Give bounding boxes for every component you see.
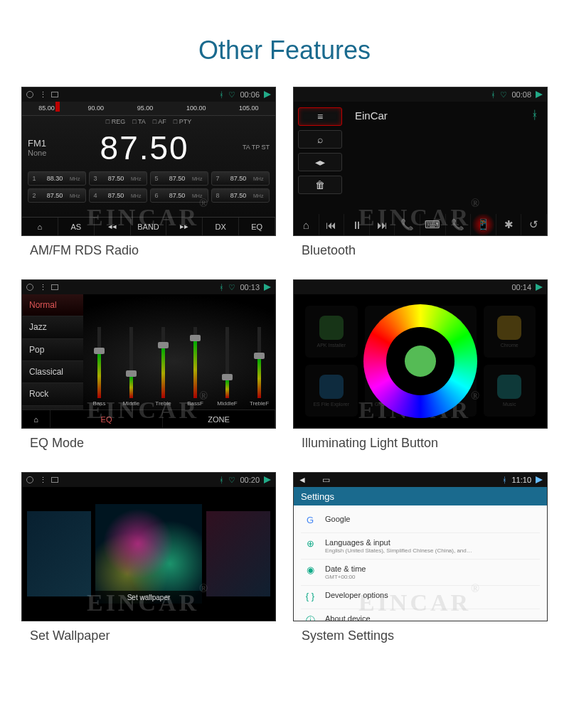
- caption-bluetooth: Bluetooth: [293, 236, 548, 265]
- status-bar: ⋮ ᚼ♡00:13: [22, 280, 275, 294]
- bt-nav-button[interactable]: ⌂: [294, 214, 319, 235]
- status-bar: ⋮ ᚼ♡00:06: [22, 87, 275, 102]
- eq-slider[interactable]: TrebleF: [250, 327, 269, 407]
- radio-nav-button[interactable]: AS: [58, 218, 95, 235]
- caption-settings: System Settings: [293, 621, 548, 651]
- bluetooth-device-name: EinCar: [355, 109, 388, 122]
- eq-slider[interactable]: BassF: [186, 327, 205, 407]
- eq-slider[interactable]: Bass: [90, 327, 109, 407]
- bt-nav-button[interactable]: ↺: [521, 214, 547, 235]
- status-bar: 00:14: [294, 280, 547, 294]
- eq-tab[interactable]: EQ: [50, 410, 163, 428]
- settings-item[interactable]: ⓘAbout deviceAndroid 7.1.2: [301, 609, 540, 621]
- radio-nav-button[interactable]: ◂◂: [95, 218, 131, 235]
- heart-icon: ♡: [228, 90, 235, 100]
- eq-preset-item[interactable]: Normal: [22, 294, 83, 316]
- app-icon[interactable]: Music: [484, 365, 536, 417]
- bt-side-button[interactable]: ◂▸: [298, 153, 342, 171]
- bt-nav-button[interactable]: 📞: [395, 214, 420, 235]
- eq-preset-item[interactable]: Jazz: [22, 316, 83, 338]
- bt-nav-button[interactable]: ⏸: [344, 214, 370, 235]
- preset-button[interactable]: 687.50MHz: [150, 188, 208, 203]
- rds-tags: □ REG□ TA□ AF□ PTY: [22, 116, 275, 127]
- eq-preset-item[interactable]: Classical: [22, 361, 83, 383]
- settings-item[interactable]: ⊕Languages & inputEnglish (United States…: [301, 533, 540, 560]
- settings-item[interactable]: { }Developer options: [301, 586, 540, 609]
- radio-nav-button[interactable]: EQ: [239, 218, 275, 235]
- radio-nav-button[interactable]: DX: [203, 218, 239, 235]
- caption-radio: AM/FM RDS Radio: [21, 236, 276, 265]
- bluetooth-icon: ᚼ: [491, 90, 496, 99]
- status-bar: ᚼ♡00:08: [294, 87, 547, 102]
- app-icon[interactable]: APK Installer: [305, 306, 358, 358]
- home-button[interactable]: ⌂: [22, 410, 50, 428]
- settings-item[interactable]: GGoogle: [301, 510, 540, 533]
- caption-light: Illuminating Light Button: [293, 429, 548, 458]
- preset-button[interactable]: 387.50MHz: [89, 171, 147, 186]
- set-wallpaper-button[interactable]: Set wallpaper: [95, 591, 202, 604]
- bt-side-button[interactable]: ⌕: [298, 130, 342, 149]
- bt-nav-button[interactable]: ⌨: [420, 214, 446, 235]
- back-icon[interactable]: [264, 91, 271, 98]
- status-bar: ◄ ▭ ᚼ11:10: [294, 473, 547, 487]
- band-label: FM1: [28, 139, 46, 149]
- caption-eq: EQ Mode: [21, 429, 276, 458]
- card-bluetooth: ᚼ♡00:08 ≡⌕◂▸🗑 EinCar ᚼ ⌂⏮⏸⏭📞⌨📞📱✱↺: [293, 87, 548, 265]
- band-sub: None: [28, 149, 46, 157]
- card-radio: ⋮ ᚼ♡00:06 85.0090.0095.00100.00105.00 □ …: [21, 87, 276, 265]
- eq-slider[interactable]: MiddleF: [218, 327, 237, 407]
- back-icon[interactable]: [536, 284, 543, 291]
- status-time: 00:06: [240, 90, 260, 99]
- bluetooth-icon: ᚼ: [531, 109, 538, 122]
- color-center[interactable]: [405, 346, 436, 377]
- radio-nav-button[interactable]: BAND: [131, 218, 167, 235]
- zone-tab[interactable]: ZONE: [163, 410, 275, 428]
- settings-item[interactable]: ◉Date & timeGMT+00:00: [301, 560, 540, 586]
- card-wallpaper: ⋮ ᚼ♡00:20 Set wallpaper EINCAR® Set Wall…: [21, 472, 276, 651]
- eq-preset-item[interactable]: Pop: [22, 339, 83, 361]
- back-icon[interactable]: [536, 91, 543, 98]
- preset-button[interactable]: 487.50MHz: [89, 188, 147, 203]
- bt-nav-button[interactable]: 📱: [471, 214, 496, 235]
- back-icon[interactable]: [264, 284, 271, 291]
- preset-button[interactable]: 587.50MHz: [150, 171, 208, 186]
- back-icon[interactable]: [536, 476, 543, 483]
- card-settings: ◄ ▭ ᚼ11:10 Settings GGoogle⊕Languages & …: [293, 472, 548, 651]
- eq-preset-item[interactable]: Rock: [22, 383, 83, 405]
- frequency-display: 87.50: [46, 129, 243, 167]
- preset-button[interactable]: 287.50MHz: [28, 188, 86, 203]
- bt-nav-button[interactable]: 📞: [446, 214, 472, 235]
- preset-button[interactable]: 787.50MHz: [211, 171, 270, 186]
- feature-grid: ⋮ ᚼ♡00:06 85.0090.0095.00100.00105.00 □ …: [21, 87, 548, 651]
- card-light: 00:14 APK InstallerChromeES File Explore…: [293, 279, 548, 458]
- bt-nav-button[interactable]: ⏭: [370, 214, 395, 235]
- bt-side-button[interactable]: 🗑: [298, 176, 342, 194]
- app-icon[interactable]: ES File Explorer: [305, 365, 358, 417]
- preset-button[interactable]: 188.30MHz: [28, 171, 86, 186]
- status-bar: ⋮ ᚼ♡00:20: [22, 473, 275, 487]
- wallpaper-preview[interactable]: Set wallpaper: [95, 504, 202, 604]
- signal-flags: TA TP ST: [243, 144, 270, 152]
- color-wheel[interactable]: [363, 304, 477, 418]
- preset-button[interactable]: 887.50MHz: [211, 188, 270, 203]
- settings-header: Settings: [294, 487, 547, 505]
- page-title: Other Features: [21, 36, 548, 65]
- eq-slider[interactable]: Middle: [122, 327, 141, 407]
- caption-wallpaper: Set Wallpaper: [21, 621, 276, 651]
- back-icon[interactable]: [264, 476, 271, 483]
- radio-nav-button[interactable]: ▸▸: [166, 218, 203, 235]
- radio-nav-button[interactable]: ⌂: [22, 218, 58, 235]
- bt-side-button[interactable]: ≡: [298, 107, 342, 126]
- bt-nav-button[interactable]: ⏮: [319, 214, 345, 235]
- eq-slider[interactable]: Treble: [154, 327, 173, 407]
- bluetooth-icon: ᚼ: [219, 90, 224, 99]
- app-icon[interactable]: Chrome: [484, 306, 536, 358]
- wallpaper-thumb-prev[interactable]: [27, 511, 91, 596]
- bt-nav-button[interactable]: ✱: [496, 214, 522, 235]
- frequency-dial[interactable]: 85.0090.0095.00100.00105.00: [22, 102, 275, 116]
- card-eq: ⋮ ᚼ♡00:13 NormalJazzPopClassicalRockNews…: [21, 279, 276, 458]
- wallpaper-thumb-next[interactable]: [206, 511, 270, 596]
